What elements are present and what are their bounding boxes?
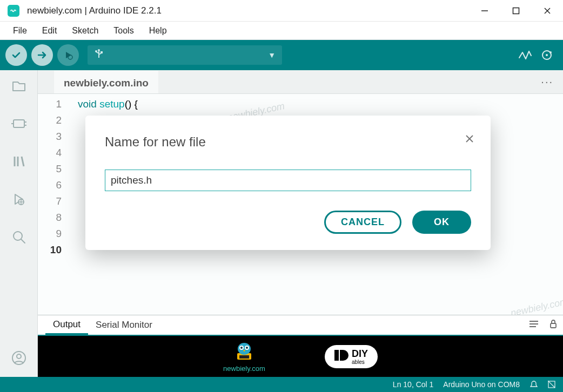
- editor-tab-active[interactable]: newbiely.com.ino: [54, 71, 158, 93]
- svg-rect-38: [239, 355, 249, 359]
- status-cursor-position: Ln 10, Col 1: [393, 380, 434, 389]
- serial-plotter-button[interactable]: [514, 40, 536, 70]
- brand-diy-big: DIY: [352, 348, 368, 359]
- window-maximize-button[interactable]: [500, 0, 532, 22]
- line-number: 7: [38, 193, 70, 209]
- svg-point-42: [240, 347, 243, 349]
- line-number: 2: [38, 112, 70, 129]
- sidebar-debug-icon[interactable]: [11, 191, 27, 209]
- svg-point-30: [17, 354, 21, 359]
- brand-newbiely: newbiely.com: [223, 340, 265, 373]
- svg-point-15: [549, 51, 552, 53]
- code-line: void setup() {: [70, 96, 138, 112]
- svg-point-43: [246, 347, 248, 349]
- window-close-button[interactable]: [532, 0, 563, 22]
- sidebar-boards-icon[interactable]: [11, 116, 27, 134]
- sidebar-sketchbook-icon[interactable]: [11, 78, 27, 96]
- filename-input[interactable]: [105, 170, 471, 191]
- ok-button[interactable]: OK: [412, 211, 471, 234]
- line-number: 1: [38, 96, 70, 112]
- brand-diy-small: ables: [352, 360, 368, 365]
- svg-line-47: [548, 381, 555, 388]
- status-close-icon[interactable]: [548, 381, 555, 388]
- activity-sidebar: [0, 70, 38, 377]
- window-title: newbiely.com | Arduino IDE 2.2.1: [27, 5, 162, 16]
- menu-help[interactable]: Help: [143, 24, 173, 38]
- menu-bar: File Edit Sketch Tools Help: [0, 22, 563, 40]
- upload-button[interactable]: [31, 44, 53, 66]
- menu-tools[interactable]: Tools: [107, 24, 140, 38]
- svg-point-14: [546, 54, 548, 56]
- brand-diyables: DIY ables: [325, 345, 378, 368]
- debug-button[interactable]: [57, 44, 79, 66]
- board-selector[interactable]: ▼: [88, 45, 282, 65]
- panel-tab-bar: Output Serial Monitor: [38, 315, 563, 336]
- sidebar-search-icon[interactable]: [11, 229, 27, 247]
- line-number: 6: [38, 177, 70, 193]
- sidebar-profile-icon[interactable]: [11, 350, 27, 368]
- svg-line-22: [22, 157, 24, 166]
- diyables-icon: [334, 349, 348, 364]
- editor-tab-bar: newbiely.com.ino ···: [38, 70, 563, 94]
- panel-options-icon[interactable]: [524, 320, 544, 331]
- title-bar: newbiely.com | Arduino IDE 2.2.1: [0, 0, 563, 22]
- svg-line-28: [21, 239, 25, 243]
- status-board-info: Arduino Uno on COM8: [443, 380, 520, 389]
- line-number: 5: [38, 161, 70, 177]
- window-minimize-button[interactable]: [469, 0, 500, 22]
- menu-edit[interactable]: Edit: [36, 24, 64, 38]
- svg-rect-16: [14, 120, 24, 127]
- usb-icon: [94, 49, 104, 62]
- cancel-button[interactable]: CANCEL: [324, 211, 401, 234]
- line-number: 10: [38, 242, 70, 258]
- toolbar: ▼: [0, 40, 563, 70]
- watermark: newbiely.com: [509, 293, 563, 315]
- new-file-dialog: Name for new file CANCEL OK: [85, 116, 491, 250]
- svg-point-7: [98, 49, 100, 51]
- line-number: 9: [38, 226, 70, 242]
- app-icon: [8, 5, 19, 17]
- serial-monitor-button[interactable]: [536, 40, 558, 70]
- svg-rect-11: [100, 51, 103, 53]
- chevron-down-icon: ▼: [268, 51, 276, 59]
- panel-tab-output[interactable]: Output: [45, 316, 88, 335]
- panel-lock-icon[interactable]: [544, 319, 563, 332]
- menu-file[interactable]: File: [6, 24, 33, 38]
- menu-sketch[interactable]: Sketch: [65, 24, 105, 38]
- panel-tab-serial[interactable]: Serial Monitor: [88, 316, 160, 334]
- svg-point-12: [95, 50, 97, 52]
- svg-rect-36: [551, 323, 556, 328]
- verify-button[interactable]: [5, 44, 27, 66]
- dialog-close-button[interactable]: [465, 132, 474, 148]
- owl-icon: [232, 340, 257, 363]
- output-console: newbiely.com DIY ables: [38, 336, 563, 377]
- svg-rect-1: [513, 8, 519, 13]
- code-editor[interactable]: newbiely.com newbiely.com newbiely.com n…: [38, 94, 563, 315]
- line-number: 8: [38, 209, 70, 226]
- status-bar: Ln 10, Col 1 Arduino Uno on COM8: [0, 377, 563, 392]
- svg-rect-45: [334, 350, 339, 361]
- brand-newbiely-text: newbiely.com: [223, 364, 265, 373]
- bottom-panel: Output Serial Monitor: [38, 315, 563, 377]
- dialog-title: Name for new file: [105, 134, 471, 150]
- notifications-icon[interactable]: [530, 380, 538, 389]
- tab-overflow-button[interactable]: ···: [541, 76, 553, 88]
- line-number: 4: [38, 145, 70, 161]
- editor-area: newbiely.com.ino ··· newbiely.com newbie…: [38, 70, 563, 377]
- sidebar-library-icon[interactable]: [11, 153, 27, 172]
- line-number: 3: [38, 129, 70, 145]
